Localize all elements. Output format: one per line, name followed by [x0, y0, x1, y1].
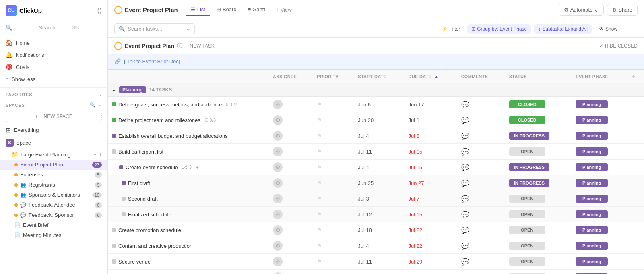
- task-status-dot: [112, 149, 116, 154]
- sidebar-list-expenses[interactable]: Expenses 5: [0, 170, 107, 180]
- task-name[interactable]: Define project team and milestones: [118, 117, 200, 123]
- assignee-avatar: ⚙: [273, 257, 283, 266]
- assignee-avatar: ⚙: [273, 115, 283, 125]
- comment-icon[interactable]: 💬: [461, 117, 469, 124]
- task-name[interactable]: Content and creative production: [118, 243, 192, 249]
- status-badge[interactable]: OPEN: [509, 195, 545, 203]
- task-name[interactable]: Second draft: [128, 196, 158, 202]
- group-icon: ⊞: [471, 26, 475, 32]
- task-name[interactable]: First draft: [128, 180, 150, 186]
- sidebar-item-label: Notifications: [16, 52, 44, 58]
- comment-icon[interactable]: 💬: [461, 164, 469, 171]
- start-date: Jun 25: [358, 180, 374, 186]
- tab-board[interactable]: ⊞ Board: [212, 4, 242, 16]
- add-view-button[interactable]: + View: [272, 4, 296, 15]
- sidebar-item-home[interactable]: 🏠 Home: [0, 37, 107, 49]
- list-count: 6: [95, 212, 102, 218]
- share-button[interactable]: ⊗ Share: [607, 4, 638, 16]
- chevron-down-icon: ⌄: [594, 7, 599, 13]
- status-badge[interactable]: CLOSED: [509, 100, 545, 108]
- task-name[interactable]: Create event schedule: [126, 164, 178, 170]
- favorites-expand-icon[interactable]: ›: [100, 92, 102, 98]
- sidebar-item-folder[interactable]: 📁 Large Event Planning ··· +: [0, 149, 107, 160]
- search-bar[interactable]: 🔍 Search tasks... ⌄: [114, 23, 195, 34]
- comment-icon[interactable]: 💬: [461, 258, 469, 265]
- col-add[interactable]: +: [627, 70, 644, 83]
- task-name[interactable]: Define goals, success metrics, and audie…: [118, 102, 222, 108]
- filter-button[interactable]: ⚡ Filter: [438, 24, 464, 34]
- tab-list[interactable]: ☰ List: [186, 4, 210, 16]
- status-badge[interactable]: OPEN: [509, 210, 545, 218]
- sidebar-item-notifications[interactable]: 🔔 Notifications: [0, 49, 107, 61]
- priority-flag-icon: ⚑: [317, 164, 322, 170]
- sidebar-item-goals[interactable]: 🎯 Goals: [0, 61, 107, 73]
- subtasks-button[interactable]: ↕ Subtasks: Expand All: [534, 24, 592, 34]
- task-name[interactable]: Create promotion schedule: [118, 227, 181, 233]
- group-collapse-icon[interactable]: ⌄: [112, 87, 116, 93]
- sidebar-list-sponsors[interactable]: 👥 Sponsors & Exhibitors 10: [0, 190, 107, 200]
- logo[interactable]: CU ClickUp: [6, 5, 42, 16]
- group-by-button[interactable]: ⊞ Group by: Event Phase: [467, 24, 531, 34]
- plan-info-icon[interactable]: ⓘ: [177, 42, 182, 50]
- folder-actions[interactable]: ··· +: [94, 152, 102, 157]
- sidebar-item-everything[interactable]: ⊞ Everything: [0, 124, 107, 136]
- automate-button[interactable]: ⚙ Automate ⌄: [559, 4, 604, 16]
- status-badge[interactable]: IN PROGRESS: [509, 163, 549, 171]
- task-status-dot: [112, 244, 116, 248]
- sidebar-list-meeting-minutes[interactable]: 📄 Meeting Minutes: [0, 230, 107, 240]
- sidebar: CU ClickUp ⟨⟩ 🔍 Search ⌘K 🏠 Home 🔔 Notif…: [0, 0, 108, 274]
- more-options-button[interactable]: ⋯: [625, 24, 638, 34]
- sidebar-item-show-less[interactable]: ↑ Show less: [0, 73, 107, 85]
- list-label: Feedback: Attendee: [29, 202, 75, 208]
- search-icon: 🔍: [6, 25, 35, 31]
- sort-icon[interactable]: ▲: [434, 74, 439, 79]
- subtask-count-icon[interactable]: ⎇ 3: [182, 164, 192, 170]
- show-button[interactable]: 👁 Show: [595, 24, 621, 34]
- task-name[interactable]: Finalized schedule: [128, 212, 171, 218]
- sidebar-list-event-project-plan[interactable]: Event Project Plan 23: [0, 160, 107, 170]
- sidebar-list-feedback-attendee[interactable]: 💬 Feedback: Attendee 6: [0, 200, 107, 210]
- sidebar-collapse-button[interactable]: ⟨⟩: [97, 7, 102, 15]
- comment-icon[interactable]: 💬: [461, 243, 469, 249]
- tab-gantt[interactable]: ≡ Gantt: [243, 4, 270, 16]
- space-icon: S: [6, 139, 14, 147]
- hide-closed-button[interactable]: ✓ HIDE CLOSED: [599, 43, 638, 49]
- comment-icon[interactable]: 💬: [461, 195, 469, 202]
- assignee-avatar: ⚙: [273, 131, 283, 141]
- new-task-button[interactable]: + NEW TASK: [186, 43, 215, 49]
- comment-icon[interactable]: 💬: [461, 133, 469, 139]
- start-date: Jul 11: [358, 259, 372, 265]
- add-subtask-icon[interactable]: +: [196, 164, 199, 170]
- status-badge[interactable]: OPEN: [509, 147, 545, 156]
- comment-icon[interactable]: 💬: [461, 227, 469, 234]
- task-name[interactable]: Establish overall budget and budget allo…: [118, 133, 228, 139]
- sidebar-list-feedback-sponsor[interactable]: 💬 Feedback: Sponsor 6: [0, 210, 107, 220]
- status-badge[interactable]: CLOSED: [509, 116, 545, 124]
- task-name[interactable]: Build participant list: [118, 149, 163, 155]
- sidebar-list-event-brief[interactable]: 📄 Event Brief: [0, 220, 107, 230]
- comment-icon[interactable]: 💬: [461, 148, 469, 155]
- sidebar-search[interactable]: 🔍 Search ⌘K: [0, 21, 107, 34]
- task-status-dot: [122, 197, 126, 201]
- status-badge[interactable]: OPEN: [509, 226, 545, 234]
- space-label: Space: [16, 140, 31, 146]
- spaces-expand-icon[interactable]: ⌄: [98, 102, 102, 108]
- folder-label: Large Event Planning: [21, 152, 70, 158]
- status-badge[interactable]: IN PROGRESS: [509, 132, 549, 140]
- sidebar-list-registrants[interactable]: 👥 Registrants 9: [0, 180, 107, 190]
- link-doc-text[interactable]: [Link to Event Brief Doc]: [124, 58, 180, 64]
- col-status: STATUS: [505, 70, 572, 83]
- assignee-avatar: ⚙: [273, 147, 283, 156]
- task-options-icon[interactable]: ≡: [232, 133, 235, 139]
- status-badge[interactable]: OPEN: [509, 242, 545, 250]
- spaces-search-icon[interactable]: 🔍: [90, 102, 96, 108]
- new-space-button[interactable]: + + NEW SPACE: [6, 111, 102, 122]
- sidebar-item-space[interactable]: S Space: [0, 136, 107, 149]
- task-name[interactable]: Secure venue: [118, 259, 151, 265]
- status-badge[interactable]: IN PROGRESS: [509, 179, 549, 187]
- expand-subtask-icon[interactable]: ⌄: [112, 164, 116, 170]
- comment-icon[interactable]: 💬: [461, 211, 469, 218]
- status-badge[interactable]: OPEN: [509, 257, 545, 266]
- comment-icon[interactable]: 💬: [461, 180, 469, 187]
- comment-icon[interactable]: 💬: [461, 101, 469, 108]
